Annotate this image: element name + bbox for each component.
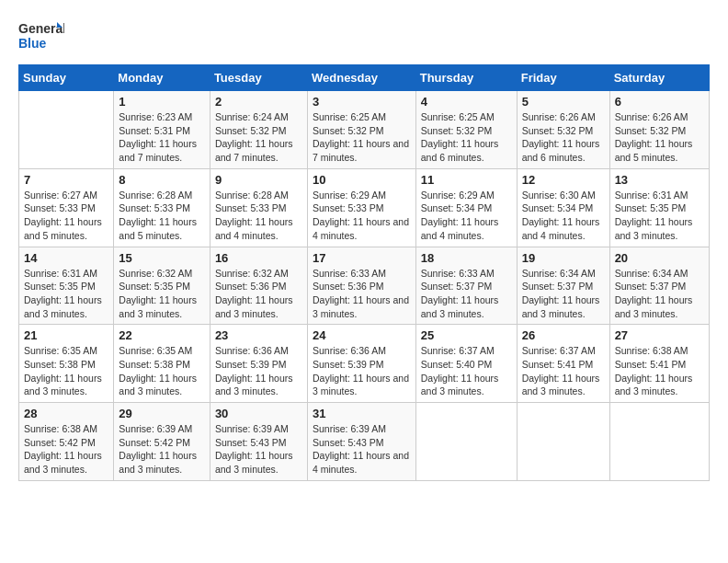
calendar-cell: 7Sunrise: 6:27 AMSunset: 5:33 PMDaylight… bbox=[19, 168, 114, 247]
calendar-week-row: 21Sunrise: 6:35 AMSunset: 5:38 PMDayligh… bbox=[19, 325, 710, 403]
calendar-cell bbox=[19, 91, 114, 169]
day-number: 11 bbox=[421, 173, 512, 187]
calendar-cell: 23Sunrise: 6:36 AMSunset: 5:39 PMDayligh… bbox=[210, 325, 307, 403]
day-number: 21 bbox=[24, 328, 108, 342]
calendar-week-row: 1Sunrise: 6:23 AMSunset: 5:31 PMDaylight… bbox=[19, 91, 710, 169]
day-info: Sunrise: 6:25 AMSunset: 5:32 PMDaylight:… bbox=[421, 110, 512, 165]
calendar-week-row: 14Sunrise: 6:31 AMSunset: 5:35 PMDayligh… bbox=[19, 247, 710, 325]
weekday-header-friday: Friday bbox=[517, 65, 609, 91]
weekday-header-monday: Monday bbox=[114, 65, 210, 91]
day-number: 7 bbox=[24, 173, 108, 187]
calendar-cell: 22Sunrise: 6:35 AMSunset: 5:38 PMDayligh… bbox=[114, 325, 210, 403]
day-info: Sunrise: 6:32 AMSunset: 5:35 PMDaylight:… bbox=[119, 267, 205, 321]
calendar-cell: 18Sunrise: 6:33 AMSunset: 5:37 PMDayligh… bbox=[415, 247, 517, 325]
day-info: Sunrise: 6:25 AMSunset: 5:32 PMDaylight:… bbox=[313, 110, 411, 165]
day-number: 10 bbox=[313, 173, 411, 187]
day-number: 5 bbox=[522, 95, 605, 109]
day-number: 30 bbox=[215, 407, 302, 420]
day-info: Sunrise: 6:28 AMSunset: 5:33 PMDaylight:… bbox=[119, 189, 205, 243]
weekday-header-tuesday: Tuesday bbox=[210, 65, 307, 91]
day-info: Sunrise: 6:29 AMSunset: 5:34 PMDaylight:… bbox=[421, 189, 512, 243]
calendar-cell: 29Sunrise: 6:39 AMSunset: 5:42 PMDayligh… bbox=[114, 403, 210, 481]
calendar-cell: 24Sunrise: 6:36 AMSunset: 5:39 PMDayligh… bbox=[307, 325, 415, 403]
calendar-cell: 10Sunrise: 6:29 AMSunset: 5:33 PMDayligh… bbox=[307, 168, 415, 247]
day-number: 13 bbox=[615, 173, 704, 187]
day-info: Sunrise: 6:39 AMSunset: 5:42 PMDaylight:… bbox=[119, 422, 205, 477]
day-info: Sunrise: 6:26 AMSunset: 5:32 PMDaylight:… bbox=[615, 110, 704, 165]
calendar-cell: 31Sunrise: 6:39 AMSunset: 5:43 PMDayligh… bbox=[307, 403, 415, 481]
day-number: 26 bbox=[522, 328, 605, 342]
day-number: 28 bbox=[24, 407, 108, 420]
day-number: 22 bbox=[119, 328, 205, 342]
weekday-header-saturday: Saturday bbox=[609, 65, 709, 91]
day-info: Sunrise: 6:37 AMSunset: 5:41 PMDaylight:… bbox=[522, 344, 605, 398]
day-info: Sunrise: 6:37 AMSunset: 5:40 PMDaylight:… bbox=[421, 344, 512, 398]
calendar-cell: 14Sunrise: 6:31 AMSunset: 5:35 PMDayligh… bbox=[19, 247, 114, 325]
calendar-cell: 11Sunrise: 6:29 AMSunset: 5:34 PMDayligh… bbox=[415, 168, 517, 247]
calendar-cell: 20Sunrise: 6:34 AMSunset: 5:37 PMDayligh… bbox=[609, 247, 709, 325]
day-info: Sunrise: 6:31 AMSunset: 5:35 PMDaylight:… bbox=[615, 189, 704, 243]
calendar-cell bbox=[415, 403, 517, 481]
day-number: 14 bbox=[24, 251, 108, 265]
page-header: General Blue bbox=[18, 18, 710, 55]
day-number: 18 bbox=[421, 251, 512, 265]
weekday-header-thursday: Thursday bbox=[415, 65, 517, 91]
calendar-cell: 5Sunrise: 6:26 AMSunset: 5:32 PMDaylight… bbox=[517, 91, 609, 169]
day-info: Sunrise: 6:35 AMSunset: 5:38 PMDaylight:… bbox=[24, 344, 108, 398]
day-info: Sunrise: 6:23 AMSunset: 5:31 PMDaylight:… bbox=[119, 110, 205, 165]
calendar-week-row: 7Sunrise: 6:27 AMSunset: 5:33 PMDaylight… bbox=[19, 168, 710, 247]
day-info: Sunrise: 6:36 AMSunset: 5:39 PMDaylight:… bbox=[313, 344, 411, 398]
calendar-cell: 15Sunrise: 6:32 AMSunset: 5:35 PMDayligh… bbox=[114, 247, 210, 325]
day-info: Sunrise: 6:26 AMSunset: 5:32 PMDaylight:… bbox=[522, 110, 605, 165]
day-number: 23 bbox=[215, 328, 302, 342]
day-info: Sunrise: 6:32 AMSunset: 5:36 PMDaylight:… bbox=[215, 267, 302, 321]
day-number: 9 bbox=[215, 173, 302, 187]
day-number: 17 bbox=[313, 251, 411, 265]
calendar-week-row: 28Sunrise: 6:38 AMSunset: 5:42 PMDayligh… bbox=[19, 403, 710, 481]
calendar-cell: 27Sunrise: 6:38 AMSunset: 5:41 PMDayligh… bbox=[609, 325, 709, 403]
calendar-cell: 12Sunrise: 6:30 AMSunset: 5:34 PMDayligh… bbox=[517, 168, 609, 247]
day-info: Sunrise: 6:31 AMSunset: 5:35 PMDaylight:… bbox=[24, 267, 108, 321]
day-number: 20 bbox=[615, 251, 704, 265]
day-number: 1 bbox=[119, 95, 205, 109]
calendar-table: SundayMondayTuesdayWednesdayThursdayFrid… bbox=[18, 64, 710, 481]
day-info: Sunrise: 6:33 AMSunset: 5:36 PMDaylight:… bbox=[313, 267, 411, 321]
day-info: Sunrise: 6:33 AMSunset: 5:37 PMDaylight:… bbox=[421, 267, 512, 321]
calendar-cell: 25Sunrise: 6:37 AMSunset: 5:40 PMDayligh… bbox=[415, 325, 517, 403]
day-number: 31 bbox=[313, 407, 411, 420]
logo: General Blue bbox=[18, 18, 64, 55]
calendar-cell: 28Sunrise: 6:38 AMSunset: 5:42 PMDayligh… bbox=[19, 403, 114, 481]
day-info: Sunrise: 6:38 AMSunset: 5:42 PMDaylight:… bbox=[24, 422, 108, 477]
day-info: Sunrise: 6:34 AMSunset: 5:37 PMDaylight:… bbox=[615, 267, 704, 321]
day-info: Sunrise: 6:30 AMSunset: 5:34 PMDaylight:… bbox=[522, 189, 605, 243]
day-info: Sunrise: 6:35 AMSunset: 5:38 PMDaylight:… bbox=[119, 344, 205, 398]
calendar-cell: 1Sunrise: 6:23 AMSunset: 5:31 PMDaylight… bbox=[114, 91, 210, 169]
day-number: 3 bbox=[313, 95, 411, 109]
day-number: 29 bbox=[119, 407, 205, 420]
day-number: 24 bbox=[313, 328, 411, 342]
day-number: 8 bbox=[119, 173, 205, 187]
day-info: Sunrise: 6:29 AMSunset: 5:33 PMDaylight:… bbox=[313, 189, 411, 243]
day-info: Sunrise: 6:38 AMSunset: 5:41 PMDaylight:… bbox=[615, 344, 704, 398]
day-info: Sunrise: 6:28 AMSunset: 5:33 PMDaylight:… bbox=[215, 189, 302, 243]
day-info: Sunrise: 6:39 AMSunset: 5:43 PMDaylight:… bbox=[215, 422, 302, 477]
calendar-cell: 8Sunrise: 6:28 AMSunset: 5:33 PMDaylight… bbox=[114, 168, 210, 247]
day-number: 16 bbox=[215, 251, 302, 265]
day-number: 15 bbox=[119, 251, 205, 265]
day-number: 25 bbox=[421, 328, 512, 342]
day-number: 12 bbox=[522, 173, 605, 187]
calendar-cell: 2Sunrise: 6:24 AMSunset: 5:32 PMDaylight… bbox=[210, 91, 307, 169]
day-number: 19 bbox=[522, 251, 605, 265]
calendar-cell: 19Sunrise: 6:34 AMSunset: 5:37 PMDayligh… bbox=[517, 247, 609, 325]
calendar-cell: 4Sunrise: 6:25 AMSunset: 5:32 PMDaylight… bbox=[415, 91, 517, 169]
weekday-header-row: SundayMondayTuesdayWednesdayThursdayFrid… bbox=[19, 65, 710, 91]
calendar-cell: 9Sunrise: 6:28 AMSunset: 5:33 PMDaylight… bbox=[210, 168, 307, 247]
calendar-cell bbox=[609, 403, 709, 481]
calendar-cell: 16Sunrise: 6:32 AMSunset: 5:36 PMDayligh… bbox=[210, 247, 307, 325]
calendar-cell: 13Sunrise: 6:31 AMSunset: 5:35 PMDayligh… bbox=[609, 168, 709, 247]
calendar-cell: 3Sunrise: 6:25 AMSunset: 5:32 PMDaylight… bbox=[307, 91, 415, 169]
svg-text:Blue: Blue bbox=[18, 36, 47, 51]
calendar-cell: 26Sunrise: 6:37 AMSunset: 5:41 PMDayligh… bbox=[517, 325, 609, 403]
day-info: Sunrise: 6:39 AMSunset: 5:43 PMDaylight:… bbox=[313, 422, 411, 477]
day-number: 2 bbox=[215, 95, 302, 109]
